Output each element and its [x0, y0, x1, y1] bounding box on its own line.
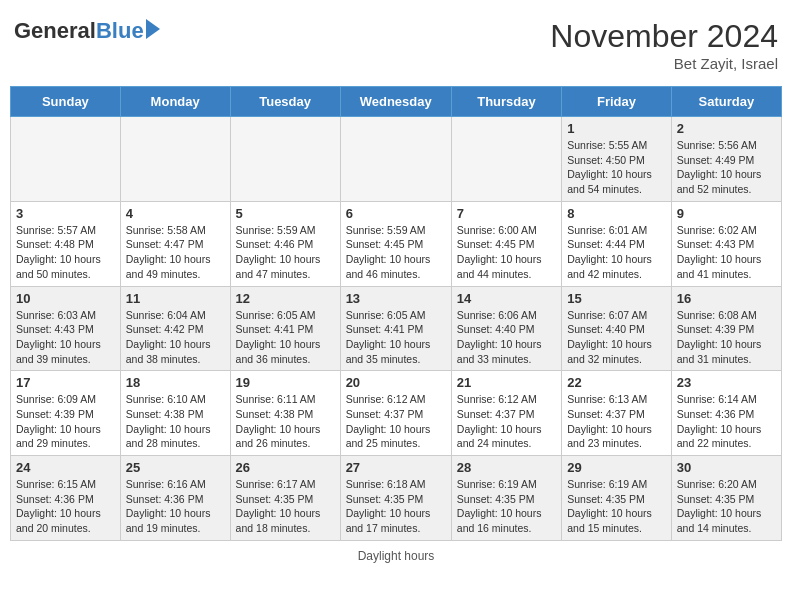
location-label: Bet Zayit, Israel: [550, 55, 778, 72]
day-number: 7: [457, 206, 556, 221]
calendar-day-cell: 18Sunrise: 6:10 AMSunset: 4:38 PMDayligh…: [120, 371, 230, 456]
page-header: General Blue November 2024 Bet Zayit, Is…: [10, 10, 782, 80]
day-info: Sunrise: 6:08 AMSunset: 4:39 PMDaylight:…: [677, 308, 776, 367]
day-number: 3: [16, 206, 115, 221]
calendar-day-cell: [451, 117, 561, 202]
day-number: 17: [16, 375, 115, 390]
calendar-day-cell: [11, 117, 121, 202]
day-number: 22: [567, 375, 666, 390]
day-number: 26: [236, 460, 335, 475]
calendar-day-cell: 26Sunrise: 6:17 AMSunset: 4:35 PMDayligh…: [230, 456, 340, 541]
calendar-table: SundayMondayTuesdayWednesdayThursdayFrid…: [10, 86, 782, 541]
day-info: Sunrise: 5:59 AMSunset: 4:46 PMDaylight:…: [236, 223, 335, 282]
calendar-day-cell: 28Sunrise: 6:19 AMSunset: 4:35 PMDayligh…: [451, 456, 561, 541]
calendar-day-cell: [340, 117, 451, 202]
calendar-day-cell: [230, 117, 340, 202]
day-info: Sunrise: 6:07 AMSunset: 4:40 PMDaylight:…: [567, 308, 666, 367]
day-number: 6: [346, 206, 446, 221]
day-number: 14: [457, 291, 556, 306]
logo-blue-text: Blue: [96, 18, 144, 44]
calendar-day-cell: 7Sunrise: 6:00 AMSunset: 4:45 PMDaylight…: [451, 201, 561, 286]
day-info: Sunrise: 6:17 AMSunset: 4:35 PMDaylight:…: [236, 477, 335, 536]
title-block: November 2024 Bet Zayit, Israel: [550, 18, 778, 72]
day-number: 13: [346, 291, 446, 306]
calendar-day-cell: 22Sunrise: 6:13 AMSunset: 4:37 PMDayligh…: [562, 371, 672, 456]
calendar-day-cell: 16Sunrise: 6:08 AMSunset: 4:39 PMDayligh…: [671, 286, 781, 371]
day-number: 1: [567, 121, 666, 136]
logo: General Blue: [14, 18, 160, 44]
calendar-day-cell: 23Sunrise: 6:14 AMSunset: 4:36 PMDayligh…: [671, 371, 781, 456]
calendar-day-cell: 11Sunrise: 6:04 AMSunset: 4:42 PMDayligh…: [120, 286, 230, 371]
day-number: 18: [126, 375, 225, 390]
day-info: Sunrise: 6:19 AMSunset: 4:35 PMDaylight:…: [457, 477, 556, 536]
footer-note: Daylight hours: [10, 549, 782, 563]
logo-arrow-icon: [146, 19, 160, 39]
calendar-day-cell: 12Sunrise: 6:05 AMSunset: 4:41 PMDayligh…: [230, 286, 340, 371]
day-number: 2: [677, 121, 776, 136]
day-number: 5: [236, 206, 335, 221]
calendar-day-cell: 4Sunrise: 5:58 AMSunset: 4:47 PMDaylight…: [120, 201, 230, 286]
day-number: 11: [126, 291, 225, 306]
day-number: 25: [126, 460, 225, 475]
day-header-wednesday: Wednesday: [340, 87, 451, 117]
day-number: 4: [126, 206, 225, 221]
day-info: Sunrise: 5:56 AMSunset: 4:49 PMDaylight:…: [677, 138, 776, 197]
calendar-day-cell: 24Sunrise: 6:15 AMSunset: 4:36 PMDayligh…: [11, 456, 121, 541]
calendar-day-cell: 17Sunrise: 6:09 AMSunset: 4:39 PMDayligh…: [11, 371, 121, 456]
day-number: 9: [677, 206, 776, 221]
calendar-day-cell: 20Sunrise: 6:12 AMSunset: 4:37 PMDayligh…: [340, 371, 451, 456]
calendar-day-cell: 19Sunrise: 6:11 AMSunset: 4:38 PMDayligh…: [230, 371, 340, 456]
calendar-week-row: 24Sunrise: 6:15 AMSunset: 4:36 PMDayligh…: [11, 456, 782, 541]
day-info: Sunrise: 6:13 AMSunset: 4:37 PMDaylight:…: [567, 392, 666, 451]
day-info: Sunrise: 6:09 AMSunset: 4:39 PMDaylight:…: [16, 392, 115, 451]
day-info: Sunrise: 6:19 AMSunset: 4:35 PMDaylight:…: [567, 477, 666, 536]
day-info: Sunrise: 6:03 AMSunset: 4:43 PMDaylight:…: [16, 308, 115, 367]
calendar-day-cell: 5Sunrise: 5:59 AMSunset: 4:46 PMDaylight…: [230, 201, 340, 286]
day-number: 24: [16, 460, 115, 475]
calendar-day-cell: 21Sunrise: 6:12 AMSunset: 4:37 PMDayligh…: [451, 371, 561, 456]
day-info: Sunrise: 6:02 AMSunset: 4:43 PMDaylight:…: [677, 223, 776, 282]
calendar-day-cell: 8Sunrise: 6:01 AMSunset: 4:44 PMDaylight…: [562, 201, 672, 286]
calendar-day-cell: 30Sunrise: 6:20 AMSunset: 4:35 PMDayligh…: [671, 456, 781, 541]
day-number: 27: [346, 460, 446, 475]
daylight-hours-label: Daylight hours: [358, 549, 435, 563]
day-header-saturday: Saturday: [671, 87, 781, 117]
calendar-day-cell: 25Sunrise: 6:16 AMSunset: 4:36 PMDayligh…: [120, 456, 230, 541]
day-info: Sunrise: 5:58 AMSunset: 4:47 PMDaylight:…: [126, 223, 225, 282]
day-header-thursday: Thursday: [451, 87, 561, 117]
day-info: Sunrise: 6:12 AMSunset: 4:37 PMDaylight:…: [346, 392, 446, 451]
day-info: Sunrise: 5:57 AMSunset: 4:48 PMDaylight:…: [16, 223, 115, 282]
day-info: Sunrise: 6:10 AMSunset: 4:38 PMDaylight:…: [126, 392, 225, 451]
month-title: November 2024: [550, 18, 778, 55]
day-info: Sunrise: 6:15 AMSunset: 4:36 PMDaylight:…: [16, 477, 115, 536]
day-number: 20: [346, 375, 446, 390]
day-info: Sunrise: 6:16 AMSunset: 4:36 PMDaylight:…: [126, 477, 225, 536]
day-info: Sunrise: 6:12 AMSunset: 4:37 PMDaylight:…: [457, 392, 556, 451]
logo-general-text: General: [14, 18, 96, 44]
day-number: 12: [236, 291, 335, 306]
calendar-week-row: 10Sunrise: 6:03 AMSunset: 4:43 PMDayligh…: [11, 286, 782, 371]
calendar-day-cell: 29Sunrise: 6:19 AMSunset: 4:35 PMDayligh…: [562, 456, 672, 541]
day-number: 15: [567, 291, 666, 306]
day-number: 23: [677, 375, 776, 390]
day-header-friday: Friday: [562, 87, 672, 117]
calendar-day-cell: 2Sunrise: 5:56 AMSunset: 4:49 PMDaylight…: [671, 117, 781, 202]
calendar-day-cell: 6Sunrise: 5:59 AMSunset: 4:45 PMDaylight…: [340, 201, 451, 286]
calendar-week-row: 3Sunrise: 5:57 AMSunset: 4:48 PMDaylight…: [11, 201, 782, 286]
days-header-row: SundayMondayTuesdayWednesdayThursdayFrid…: [11, 87, 782, 117]
day-info: Sunrise: 6:05 AMSunset: 4:41 PMDaylight:…: [236, 308, 335, 367]
calendar-day-cell: 13Sunrise: 6:05 AMSunset: 4:41 PMDayligh…: [340, 286, 451, 371]
day-number: 16: [677, 291, 776, 306]
day-number: 28: [457, 460, 556, 475]
day-number: 8: [567, 206, 666, 221]
calendar-day-cell: 1Sunrise: 5:55 AMSunset: 4:50 PMDaylight…: [562, 117, 672, 202]
day-info: Sunrise: 6:20 AMSunset: 4:35 PMDaylight:…: [677, 477, 776, 536]
day-number: 21: [457, 375, 556, 390]
day-number: 30: [677, 460, 776, 475]
day-info: Sunrise: 5:59 AMSunset: 4:45 PMDaylight:…: [346, 223, 446, 282]
calendar-day-cell: 9Sunrise: 6:02 AMSunset: 4:43 PMDaylight…: [671, 201, 781, 286]
day-info: Sunrise: 6:06 AMSunset: 4:40 PMDaylight:…: [457, 308, 556, 367]
calendar-day-cell: 27Sunrise: 6:18 AMSunset: 4:35 PMDayligh…: [340, 456, 451, 541]
day-number: 19: [236, 375, 335, 390]
day-header-monday: Monday: [120, 87, 230, 117]
